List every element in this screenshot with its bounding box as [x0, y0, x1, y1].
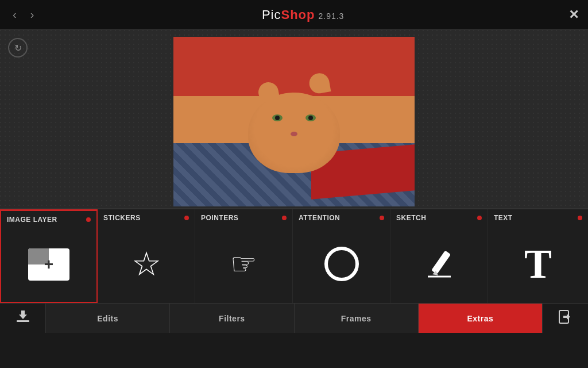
tool-image-layer-dot — [86, 217, 91, 222]
svg-marker-4 — [19, 310, 27, 319]
forward-button[interactable]: › — [27, 6, 38, 24]
tool-text[interactable]: TEXT T — [488, 209, 588, 303]
download-button[interactable] — [0, 304, 46, 333]
refresh-icon: ↻ — [14, 43, 22, 53]
version-label: 2.91.3 — [318, 12, 344, 21]
app-title: PicShop2.91.3 — [262, 7, 345, 22]
pointer-icon: ☞ — [230, 249, 257, 279]
canvas-area: ↻ — [0, 30, 588, 208]
export-button[interactable] — [542, 304, 588, 333]
kitten-image — [173, 37, 415, 206]
tool-sketch-label: SKETCH — [396, 214, 426, 222]
tool-image-layer[interactable]: IMAGE LAYER + — [0, 209, 98, 303]
tabs-container: Edits Filters Frames Extras — [46, 304, 542, 333]
tab-bar: Edits Filters Frames Extras — [0, 303, 588, 333]
text-icon: T — [524, 243, 552, 285]
tool-sketch[interactable]: SKETCH — [390, 209, 488, 303]
tab-frames[interactable]: Frames — [295, 304, 419, 333]
tool-attention-dot — [380, 216, 384, 220]
tool-text-dot — [578, 216, 582, 220]
kitten-eye-right — [305, 114, 316, 121]
tab-filters-label: Filters — [219, 314, 245, 323]
tool-text-label: TEXT — [494, 214, 513, 222]
title-shop: Shop — [281, 7, 315, 22]
tool-stickers-label: STICKERS — [103, 214, 141, 222]
svg-marker-6 — [563, 314, 570, 320]
tool-stickers[interactable]: STICKERS ☆ — [98, 209, 195, 303]
export-icon — [558, 309, 574, 328]
tool-attention-label: ATTENTION — [299, 214, 340, 222]
kitten-overlay — [173, 37, 415, 206]
tool-pointers[interactable]: POINTERS ☞ — [195, 209, 293, 303]
tab-extras-label: Extras — [467, 314, 493, 323]
svg-rect-0 — [431, 251, 451, 274]
close-button[interactable]: ✕ — [568, 7, 579, 22]
tool-stickers-header: STICKERS — [98, 209, 195, 225]
kitten-eyes — [272, 114, 316, 121]
tab-edits[interactable]: Edits — [46, 304, 170, 333]
tool-sketch-icon-area — [390, 225, 488, 303]
app-header: ‹ › PicShop2.91.3 ✕ — [0, 0, 588, 30]
tool-stickers-dot — [184, 216, 189, 220]
tool-attention[interactable]: ATTENTION — [293, 209, 390, 303]
image-layer-plus-icon: + — [44, 255, 53, 274]
tab-edits-label: Edits — [97, 314, 118, 323]
tool-image-layer-icon-area: + — [1, 227, 96, 302]
tool-attention-icon-area — [293, 225, 390, 303]
svg-rect-3 — [17, 320, 29, 322]
sketch-icon — [422, 247, 457, 281]
tab-extras[interactable]: Extras — [419, 304, 542, 333]
kitten-nose — [291, 132, 297, 136]
tool-pointers-header: POINTERS — [195, 209, 292, 225]
tool-image-layer-label: IMAGE LAYER — [7, 216, 57, 224]
tool-stickers-icon-area: ☆ — [98, 225, 195, 303]
star-icon: ☆ — [131, 247, 161, 281]
tool-text-header: TEXT — [488, 209, 588, 225]
tool-text-icon-area: T — [488, 225, 588, 303]
title-pic: Pic — [262, 7, 281, 22]
nav-buttons: ‹ › — [9, 6, 37, 24]
back-button[interactable]: ‹ — [9, 6, 20, 24]
kitten-eye-left — [272, 114, 283, 121]
tool-attention-header: ATTENTION — [293, 209, 390, 225]
tool-sketch-dot — [477, 216, 482, 220]
tab-frames-label: Frames — [341, 314, 372, 323]
image-layer-icon: + — [28, 248, 69, 281]
download-icon — [15, 309, 31, 328]
image-preview — [173, 37, 415, 206]
tool-image-layer-header: IMAGE LAYER — [1, 211, 96, 227]
tools-panel: IMAGE LAYER + STICKERS ☆ POINTERS ☞ A — [0, 208, 588, 303]
pencil-svg — [422, 247, 457, 281]
tool-pointers-icon-area: ☞ — [195, 225, 292, 303]
tool-pointers-label: POINTERS — [201, 214, 238, 222]
refresh-button[interactable]: ↻ — [8, 38, 28, 57]
tool-sketch-header: SKETCH — [390, 209, 488, 225]
tool-pointers-dot — [282, 216, 287, 220]
kitten-face — [248, 93, 340, 173]
circle-icon — [324, 247, 359, 281]
tab-filters[interactable]: Filters — [170, 304, 294, 333]
